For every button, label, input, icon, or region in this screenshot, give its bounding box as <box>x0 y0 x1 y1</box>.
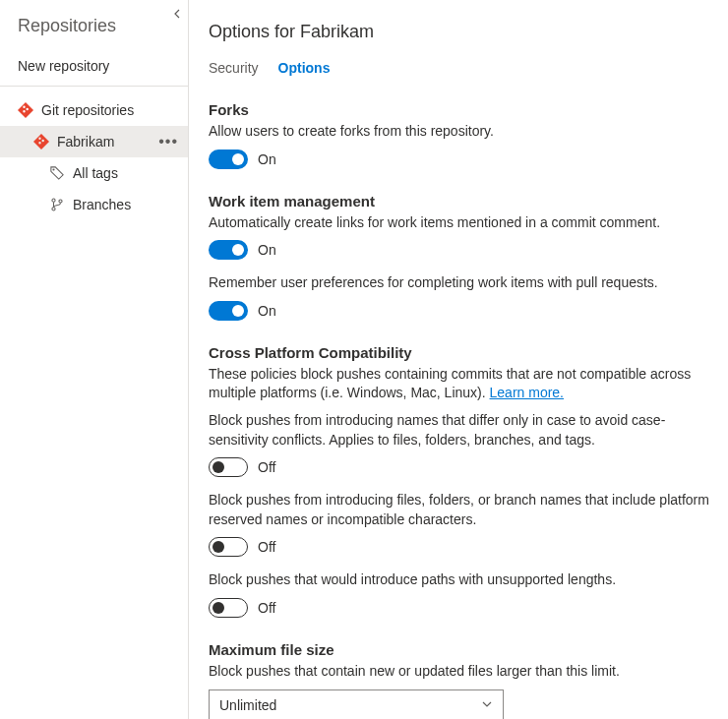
section-cross-platform: Cross Platform Compatibility These polic… <box>209 344 710 618</box>
branch-icon <box>49 197 65 212</box>
cross-platform-toggle3[interactable] <box>209 598 248 618</box>
svg-point-3 <box>59 200 62 203</box>
cross-platform-desc3: Block pushes that would introduce paths … <box>209 570 710 590</box>
cross-platform-intro-text: These policies block pushes containing c… <box>209 366 691 401</box>
cross-platform-intro: These policies block pushes containing c… <box>209 365 710 403</box>
section-title-max-file: Maximum file size <box>209 641 710 658</box>
section-title-cross-platform: Cross Platform Compatibility <box>209 344 710 361</box>
page-title: Options for Fabrikam <box>209 22 710 42</box>
section-title-forks: Forks <box>209 101 710 118</box>
tree-item-label: Branches <box>73 197 182 212</box>
section-work-items: Work item management Automatically creat… <box>209 193 710 321</box>
section-max-file-size: Maximum file size Block pushes that cont… <box>209 641 710 719</box>
sidebar: Repositories New repository Git reposito… <box>0 0 189 719</box>
work-items-desc2: Remember user preferences for completing… <box>209 273 710 293</box>
cross-platform-desc1: Block pushes from introducing names that… <box>209 411 710 449</box>
tabs: Security Options <box>209 60 710 80</box>
tree-item-label: All tags <box>73 165 182 181</box>
tag-icon <box>49 165 65 181</box>
more-options-button[interactable]: ••• <box>154 133 182 150</box>
max-file-size-value: Unlimited <box>219 697 276 713</box>
section-forks: Forks Allow users to create forks from t… <box>209 101 710 169</box>
learn-more-link[interactable]: Learn more. <box>490 385 564 400</box>
work-items-toggle2-label: On <box>258 303 276 319</box>
tab-security[interactable]: Security <box>209 60 259 80</box>
repository-tree: Git repositories Fabrikam ••• All tags B… <box>0 92 188 220</box>
cross-platform-toggle2-label: Off <box>258 539 275 555</box>
cross-platform-toggle1-row: Off <box>209 457 710 477</box>
cross-platform-toggle2[interactable] <box>209 537 248 557</box>
chevron-down-icon <box>481 697 493 713</box>
tree-item-label: Git repositories <box>41 102 182 118</box>
git-icon <box>33 134 49 150</box>
forks-toggle-label: On <box>258 151 276 167</box>
new-repository-link[interactable]: New repository <box>0 48 188 84</box>
sidebar-collapse-button[interactable] <box>172 6 182 22</box>
tree-item-fabrikam[interactable]: Fabrikam ••• <box>0 126 188 157</box>
cross-platform-toggle2-row: Off <box>209 537 710 557</box>
cross-platform-toggle1[interactable] <box>209 457 248 477</box>
section-title-work-items: Work item management <box>209 193 710 210</box>
work-items-toggle2-row: On <box>209 301 710 321</box>
tree-item-git-repositories[interactable]: Git repositories <box>0 94 188 126</box>
work-items-toggle1-label: On <box>258 242 276 258</box>
work-items-toggle1[interactable] <box>209 240 248 260</box>
work-items-toggle1-row: On <box>209 240 710 260</box>
sidebar-title: Repositories <box>0 8 188 48</box>
cross-platform-desc2: Block pushes from introducing files, fol… <box>209 491 710 529</box>
max-file-desc: Block pushes that contain new or updated… <box>209 662 710 682</box>
tree-item-all-tags[interactable]: All tags <box>0 157 188 189</box>
forks-toggle-row: On <box>209 150 710 169</box>
tree-item-label: Fabrikam <box>57 134 154 150</box>
svg-point-1 <box>52 199 55 202</box>
svg-point-0 <box>52 168 54 170</box>
sidebar-divider <box>0 86 188 87</box>
forks-toggle[interactable] <box>209 150 248 169</box>
work-items-toggle2[interactable] <box>209 301 248 321</box>
git-icon <box>18 102 33 118</box>
tab-options[interactable]: Options <box>278 60 331 80</box>
max-file-size-select[interactable]: Unlimited <box>209 689 504 719</box>
tree-item-branches[interactable]: Branches <box>0 189 188 220</box>
forks-desc: Allow users to create forks from this re… <box>209 122 710 142</box>
svg-point-2 <box>52 208 55 210</box>
work-items-desc1: Automatically create links for work item… <box>209 213 710 233</box>
main-content: Options for Fabrikam Security Options Fo… <box>189 0 728 719</box>
cross-platform-toggle3-label: Off <box>258 600 275 616</box>
cross-platform-toggle1-label: Off <box>258 459 275 475</box>
cross-platform-toggle3-row: Off <box>209 598 710 618</box>
